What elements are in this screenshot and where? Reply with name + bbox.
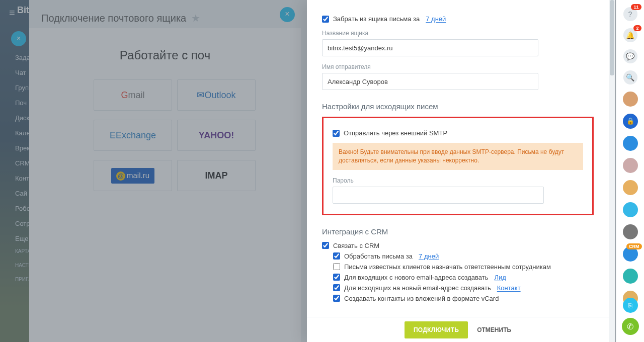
crm-incoming-link[interactable]: Лид — [494, 274, 506, 281]
fetch-days-link[interactable]: 7 дней — [426, 15, 446, 23]
crm-outgoing-link[interactable]: Контакт — [497, 284, 521, 292]
crm-process-label: Обработать письма за — [344, 252, 413, 260]
crm-link-checkbox[interactable] — [322, 242, 329, 249]
crm-section-header: Интеграция с CRM — [322, 227, 594, 236]
crm-incoming-label: Для входящих с нового email-адреса созда… — [344, 274, 488, 281]
crm-process-checkbox[interactable] — [333, 252, 340, 260]
avatar[interactable] — [623, 224, 638, 239]
fetch-checkbox[interactable] — [322, 16, 329, 23]
help-icon[interactable]: ?11 — [623, 7, 637, 21]
scrollbar-thumb[interactable] — [610, 0, 614, 75]
help-badge: 11 — [631, 4, 641, 10]
crm-incoming-checkbox[interactable] — [333, 274, 340, 281]
sender-name-label: Имя отправителя — [322, 63, 594, 70]
crm-link-label: Связать с CRM — [333, 242, 379, 249]
smtp-warning: Важно! Будьте внимательны при вводе данн… — [333, 143, 583, 170]
smtp-label: Отправлять через внешний SMTP — [344, 129, 447, 137]
cancel-button[interactable]: ОТМЕНИТЬ — [477, 326, 511, 333]
search-icon[interactable]: 🔍 — [623, 70, 637, 84]
crm-outgoing-label: Для исходящих на новый email-адрес созда… — [344, 284, 491, 292]
smtp-checkbox[interactable] — [333, 130, 340, 137]
sender-name-input[interactable] — [322, 73, 538, 90]
settings-panel: Забрать из ящика письма за 7 дней Назван… — [307, 0, 609, 342]
phone-icon[interactable]: ✆ — [622, 318, 639, 335]
avatar[interactable] — [623, 202, 638, 217]
avatar[interactable] — [623, 180, 638, 195]
password-label: Пароль — [333, 177, 583, 184]
password-input[interactable] — [333, 187, 544, 204]
avatar[interactable] — [623, 136, 638, 151]
smtp-highlight-box: Отправлять через внешний SMTP Важно! Буд… — [322, 117, 594, 215]
submit-button[interactable]: ПОДКЛЮЧИТЬ — [405, 321, 468, 338]
crm-outgoing-checkbox[interactable] — [333, 284, 340, 291]
avatar[interactable] — [623, 92, 638, 107]
bell-badge: 2 — [633, 25, 641, 31]
chat-icon[interactable]: 💬 — [623, 49, 637, 63]
bell-icon[interactable]: 🔔2 — [623, 28, 637, 42]
fetch-label: Забрать из ящика письма за — [333, 15, 420, 23]
crm-badge: CRM — [626, 243, 642, 249]
exit-icon[interactable]: ⎘ — [623, 298, 638, 313]
avatar[interactable] — [623, 158, 638, 173]
crm-process-link[interactable]: 7 дней — [419, 252, 439, 260]
outgoing-section-header: Настройки для исходящих писем — [322, 102, 594, 111]
crm-vcard-label: Создавать контакты из вложений в формате… — [344, 295, 499, 302]
crm-known-checkbox[interactable] — [333, 263, 340, 270]
lock-icon[interactable]: 🔒 — [623, 114, 638, 129]
mailbox-name-label: Название ящика — [322, 30, 594, 37]
avatar-crm[interactable]: CRM — [623, 246, 638, 262]
avatar[interactable] — [623, 269, 638, 284]
mailbox-name-input[interactable] — [322, 39, 538, 56]
crm-vcard-checkbox[interactable] — [333, 295, 340, 302]
right-rail: ?11 🔔2 💬 🔍 🔒 CRM ⎘ ✆ — [616, 0, 644, 342]
crm-known-label: Письма известных клиентов назначать отве… — [344, 263, 551, 271]
scrollbar-track[interactable] — [609, 0, 615, 342]
